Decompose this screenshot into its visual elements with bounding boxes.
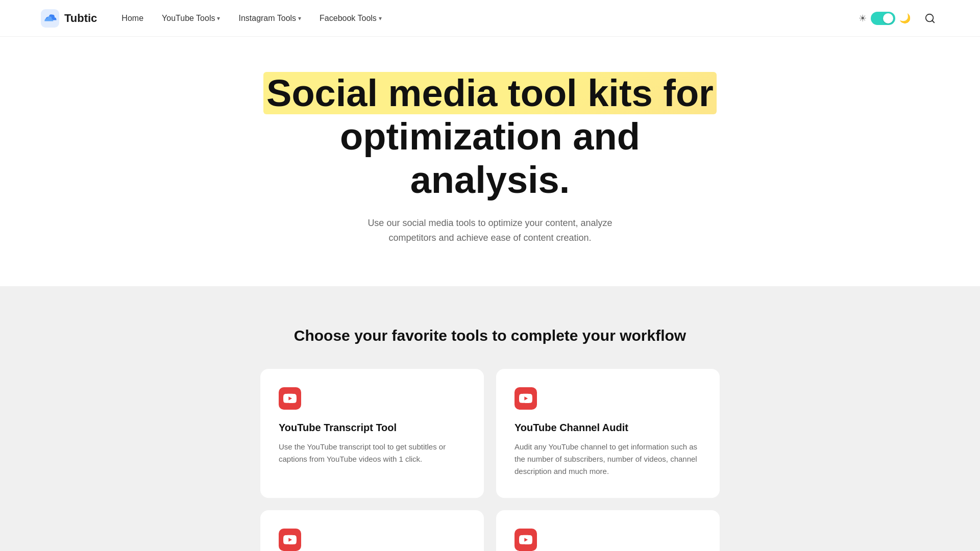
nav-links: Home YouTube Tools ▾ Instagram Tools ▾ F… (121, 14, 382, 23)
hero-section: Social media tool kits for optimization … (0, 0, 980, 286)
instagram-tools-chevron: ▾ (298, 15, 301, 22)
tool-card-transcript[interactable]: YouTube Transcript Tool Use the YouTube … (260, 369, 484, 498)
yt-icon-transcript (279, 387, 301, 410)
yt-icon-channel-id (279, 529, 301, 551)
theme-toggle-wrapper: ☀ 🌙 (859, 12, 911, 25)
hero-title: Social media tool kits for optimization … (260, 71, 720, 202)
yt-icon-channel-audit (514, 387, 537, 410)
facebook-tools-chevron: ▾ (379, 15, 382, 22)
brand-name: Tubtic (64, 12, 97, 25)
nav-instagram-tools[interactable]: Instagram Tools ▾ (238, 14, 301, 23)
theme-toggle[interactable] (871, 12, 895, 25)
tool-card-channel-audit-title: YouTube Channel Audit (514, 422, 701, 434)
navbar-left: Tubtic Home YouTube Tools ▾ Instagram To… (41, 9, 382, 28)
search-icon (924, 13, 936, 24)
hero-title-line2: optimization and analysis. (340, 115, 640, 201)
youtube-icon (283, 392, 297, 405)
svg-line-2 (932, 20, 934, 22)
tool-card-channel-id[interactable]: YouTube Channel ID Finder (260, 510, 484, 551)
youtube-icon (519, 392, 532, 405)
navbar: Tubtic Home YouTube Tools ▾ Instagram To… (0, 0, 980, 37)
navbar-right: ☀ 🌙 (859, 9, 939, 28)
nav-home[interactable]: Home (121, 14, 143, 23)
sun-icon: ☀ (859, 13, 867, 24)
hero-subtitle: Use our social media tools to optimize y… (347, 216, 633, 245)
tool-card-title-generator[interactable]: AI YouTube Title Generator (496, 510, 720, 551)
search-button[interactable] (921, 9, 939, 28)
nav-youtube-tools[interactable]: YouTube Tools ▾ (162, 14, 220, 23)
nav-facebook-tools[interactable]: Facebook Tools ▾ (320, 14, 382, 23)
tools-section: Choose your favorite tools to complete y… (0, 286, 980, 551)
tool-card-transcript-title: YouTube Transcript Tool (279, 422, 465, 434)
tool-card-channel-audit[interactable]: YouTube Channel Audit Audit any YouTube … (496, 369, 720, 498)
youtube-tools-chevron: ▾ (217, 15, 220, 22)
tool-card-channel-audit-desc: Audit any YouTube channel to get informa… (514, 441, 701, 478)
tools-section-title: Choose your favorite tools to complete y… (102, 327, 878, 344)
logo[interactable]: Tubtic (41, 9, 97, 28)
youtube-icon (283, 533, 297, 546)
hero-highlight: Social media tool kits for (263, 72, 717, 114)
logo-icon (41, 9, 59, 28)
youtube-icon (519, 533, 532, 546)
toggle-thumb (883, 13, 893, 23)
yt-icon-title-generator (514, 529, 537, 551)
moon-icon: 🌙 (899, 13, 911, 24)
tools-grid: YouTube Transcript Tool Use the YouTube … (260, 369, 720, 551)
tool-card-transcript-desc: Use the YouTube transcript tool to get s… (279, 441, 465, 465)
